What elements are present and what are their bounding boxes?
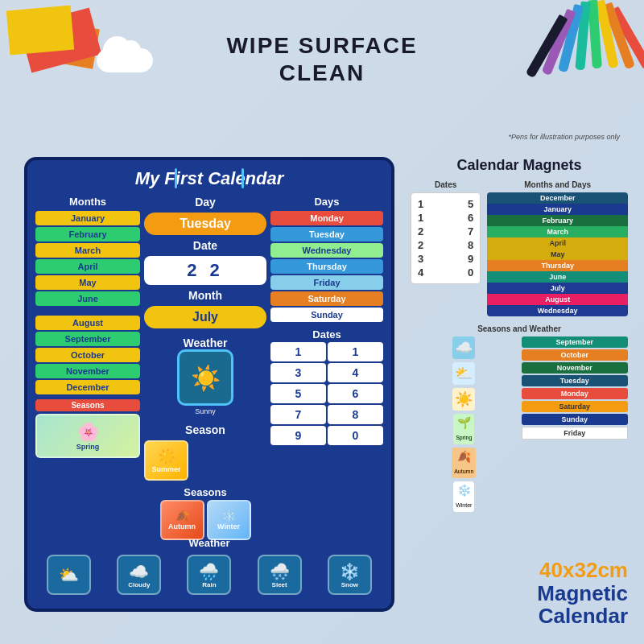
date-cell-3[interactable]: 3 [270, 363, 326, 382]
strip-monday[interactable]: Monday [522, 388, 629, 399]
month-september[interactable]: September [35, 332, 140, 346]
month-april[interactable]: April [35, 259, 140, 274]
pens-note: *Pens for illustration purposes only [508, 133, 620, 141]
magnetic-label: Magnetic [537, 582, 628, 605]
month-november[interactable]: November [35, 364, 140, 378]
board-title: My First Calendar [35, 168, 383, 189]
month-section-label: Month [188, 289, 222, 302]
date-pair-2: 16 [415, 211, 476, 225]
day-tuesday[interactable]: Tuesday [270, 227, 383, 242]
strip-sunday[interactable]: Sunday [522, 414, 629, 425]
date-cell-8[interactable]: 8 [328, 405, 383, 424]
weather-cell-rain[interactable]: 🌧️ Rain [187, 555, 231, 595]
weather-cell-snow[interactable]: ❄️ Snow [328, 555, 372, 595]
weather-bottom-area: Weather ⛅ ☁️ Cloudy 🌧️ Rain 🌨️ Sleet ❄️ … [35, 537, 383, 599]
strip-january[interactable]: January [487, 204, 628, 215]
season-summer-box[interactable]: ☀️ Summer [144, 440, 188, 481]
month-december[interactable]: December [35, 380, 140, 394]
strip-september[interactable]: September [522, 336, 629, 348]
strip-december[interactable]: December [487, 192, 628, 204]
date-cell-0[interactable]: 0 [328, 426, 383, 445]
date-section-label: Date [193, 239, 217, 252]
magnets-columns: Dates 15 16 27 28 39 40 Months and Days … [411, 180, 628, 316]
strip-july[interactable]: July [487, 283, 628, 294]
weather-cell-cloudy[interactable]: ☁️ Cloudy [117, 555, 161, 595]
date-cell-6[interactable]: 6 [328, 384, 383, 403]
ribbon-left [175, 168, 177, 188]
month-august[interactable]: August [35, 316, 140, 330]
month-january[interactable]: January [35, 211, 140, 225]
right-days-strips: September October November Tuesday Monda… [522, 336, 629, 512]
seasons-weather-strip: ☁️ ⛅ ☀️ 🌱Spring 🍂Autumn ❄️Winter Septemb… [411, 336, 628, 512]
strip-friday[interactable]: Friday [522, 427, 629, 440]
sw-cloud-icon: ☁️ [452, 336, 475, 359]
month-value-display[interactable]: July [144, 306, 266, 328]
strip-october[interactable]: October [522, 349, 629, 361]
strip-wednesday[interactable]: Wednesday [487, 305, 628, 316]
strip-thursday[interactable]: Thursday [487, 260, 628, 271]
calendar-label: Calendar [537, 605, 628, 628]
date-cell-2[interactable]: 1 [328, 342, 383, 361]
seasons-label-left: Seasons [35, 399, 140, 411]
months-days-col-header: Months and Days [487, 180, 628, 189]
dates-strip: 15 16 27 28 39 40 [411, 192, 481, 284]
strip-march[interactable]: March [487, 226, 628, 237]
date-cell-5[interactable]: 5 [270, 384, 326, 403]
months-column: Months January February March April May … [35, 196, 140, 540]
date-cell-9[interactable]: 9 [270, 426, 326, 445]
date-cell-1[interactable]: 1 [270, 342, 326, 361]
weather-icon-box[interactable]: ☀️ [177, 349, 233, 406]
date-value-display[interactable]: 2 2 [144, 256, 266, 285]
dates-grid-label: Dates [270, 328, 383, 341]
strip-february[interactable]: February [487, 215, 628, 226]
month-may[interactable]: May [35, 275, 140, 290]
months-label: Months [35, 196, 140, 208]
bottom-right-badge: 40x32cm Magnetic Calendar [537, 559, 628, 628]
season-winter-box[interactable]: ❄️ Winter [207, 500, 251, 540]
day-value-display[interactable]: Tuesday [144, 213, 266, 235]
strip-august[interactable]: August [487, 294, 628, 305]
month-june[interactable]: June [35, 291, 140, 306]
date-cell-7[interactable]: 7 [270, 405, 326, 424]
sw-spring-icon: 🌱Spring [453, 414, 474, 444]
strip-november[interactable]: November [522, 362, 629, 374]
size-text: 40x32cm [537, 559, 628, 582]
weather-sublabel: Sunny [144, 407, 266, 415]
date-pair-4: 28 [415, 238, 476, 252]
weather-cell-sunny[interactable]: ⛅ [47, 555, 91, 595]
dates-grid: 1 1 3 4 5 6 7 8 9 0 [270, 342, 383, 445]
strip-tuesday[interactable]: Tuesday [522, 375, 629, 386]
weather-label: Weather [144, 336, 266, 349]
months-strip: December January February March April Ma… [487, 192, 628, 316]
seasons-weather-section: Seasons and Weather ☁️ ⛅ ☀️ 🌱Spring 🍂Aut… [411, 324, 628, 512]
seasons-label-middle: Seasons [144, 486, 266, 498]
day-friday[interactable]: Friday [270, 275, 383, 290]
date-pair-3: 27 [415, 225, 476, 238]
day-wednesday[interactable]: Wednesday [270, 243, 383, 258]
sw-autumn-icon: 🍂Autumn [452, 448, 476, 478]
day-saturday[interactable]: Saturday [270, 291, 383, 306]
calendar-board: My First Calendar Months January Februar… [24, 157, 394, 612]
weather-icon: ☀️ [191, 364, 221, 392]
month-february[interactable]: February [35, 227, 140, 242]
season-label: Season [185, 423, 225, 436]
day-monday[interactable]: Monday [270, 211, 383, 225]
days-column: Days Monday Tuesday Wednesday Thursday F… [270, 196, 383, 540]
day-thursday[interactable]: Thursday [270, 259, 383, 274]
month-october[interactable]: October [35, 348, 140, 362]
season-autumn-box[interactable]: 🍂 Autumn [160, 500, 204, 540]
weather-cell-sleet[interactable]: 🌨️ Sleet [258, 555, 302, 595]
pens-decoration [515, 0, 644, 97]
strip-april[interactable]: April [487, 237, 628, 249]
strip-june[interactable]: June [487, 271, 628, 283]
strip-may[interactable]: May [487, 249, 628, 260]
strip-saturday[interactable]: Saturday [522, 401, 629, 412]
days-label: Days [270, 196, 383, 208]
date-cell-4[interactable]: 4 [328, 363, 383, 382]
dates-col-header: Dates [411, 180, 481, 189]
middle-column: Day Tuesday Date 2 2 Month July Weather … [144, 196, 266, 540]
day-sunday[interactable]: Sunday [270, 308, 383, 322]
month-march[interactable]: March [35, 243, 140, 258]
date-pair-1: 15 [415, 197, 476, 211]
weather-bottom-strip: ⛅ ☁️ Cloudy 🌧️ Rain 🌨️ Sleet ❄️ Snow [35, 551, 383, 599]
